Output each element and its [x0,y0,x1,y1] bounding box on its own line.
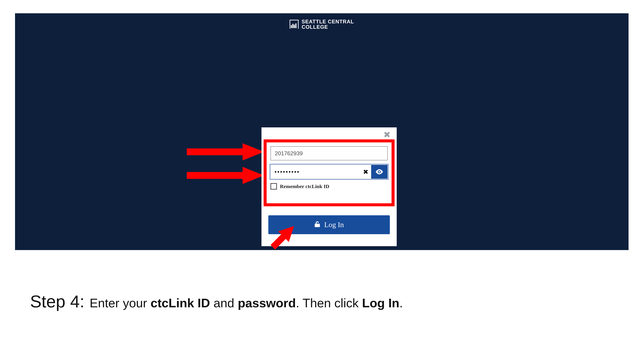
svg-point-8 [379,171,380,173]
remember-row: Remember ctcLink ID [270,183,388,190]
step-label: Step 4: [30,292,84,311]
password-field-wrap: ✖ [270,165,388,179]
brand-header: SEATTLE CENTRAL COLLEGE [290,19,354,29]
svg-rect-0 [291,25,292,28]
login-button-label: Log In [324,221,344,229]
brand-text: SEATTLE CENTRAL COLLEGE [302,19,354,29]
login-card: ✖ ✖ Remember ctcLink ID [262,127,397,246]
svg-rect-3 [296,23,296,28]
svg-marker-7 [242,167,264,184]
show-password-icon[interactable] [371,165,388,179]
brand-logo-icon [290,20,298,29]
svg-rect-6 [187,172,245,179]
red-arrow-to-id [187,143,264,160]
password-input[interactable] [271,165,360,179]
brand-line2: COLLEGE [302,24,354,29]
svg-rect-4 [187,148,245,155]
remember-checkbox[interactable] [270,183,277,190]
remember-label: Remember ctcLink ID [280,184,329,189]
svg-rect-9 [315,224,320,227]
instruction-text: Enter your ctcLink ID and password. Then… [90,296,403,310]
brand-line1: SEATTLE CENTRAL [302,19,354,24]
ctclink-id-input[interactable] [270,146,388,160]
svg-rect-2 [294,25,295,28]
svg-marker-5 [242,143,264,160]
close-icon[interactable]: ✖ [384,130,391,139]
red-arrow-to-password [187,167,264,184]
clear-password-icon[interactable]: ✖ [360,165,371,179]
step-instruction: Step 4: Enter your ctcLink ID and passwo… [30,292,614,311]
red-arrow-to-login [266,221,299,254]
svg-rect-1 [292,24,294,28]
unlock-icon [314,221,320,229]
app-screenshot: SEATTLE CENTRAL COLLEGE ✖ ✖ [15,13,628,250]
highlight-box: ✖ Remember ctcLink ID [264,139,394,206]
